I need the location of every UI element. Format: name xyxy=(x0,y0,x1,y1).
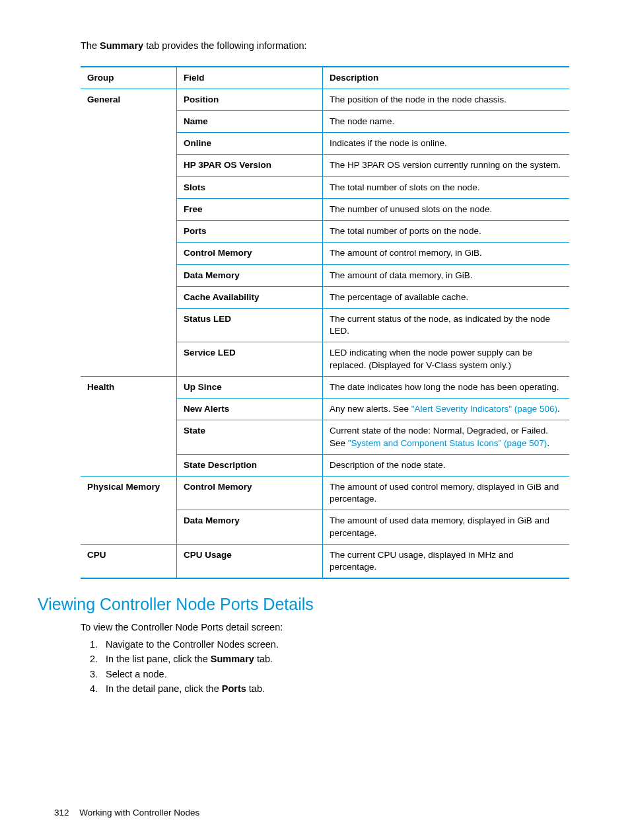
cell-description: The number of unused slots on the node. xyxy=(323,198,570,220)
section-heading: Viewing Controller Node Ports Details xyxy=(38,593,576,616)
cell-description: The node name. xyxy=(323,111,570,133)
cell-group xyxy=(81,243,177,264)
cell-group xyxy=(81,176,177,198)
cell-description: Indicates if the node is online. xyxy=(323,133,570,155)
cross-ref-link[interactable]: "Alert Severity Indicators" (page 506) xyxy=(411,404,557,414)
header-group: Group xyxy=(81,67,177,89)
cell-group xyxy=(81,133,177,155)
table-row: Control MemoryThe amount of control memo… xyxy=(81,243,569,264)
cell-description: The amount of used control memory, displ… xyxy=(323,476,570,510)
steps-list: Navigate to the Controller Nodes screen.… xyxy=(81,638,576,696)
cell-description: The date indicates how long the node has… xyxy=(323,376,570,398)
cell-field: Control Memory xyxy=(177,243,323,264)
table-row: Data MemoryThe amount of used data memor… xyxy=(81,510,569,544)
section-intro: To view the Controller Node Ports detail… xyxy=(81,621,576,634)
intro-bold: Summary xyxy=(100,40,143,51)
intro-post: tab provides the following information: xyxy=(143,40,306,51)
header-field: Field xyxy=(177,67,323,89)
table-row: State DescriptionDescription of the node… xyxy=(81,454,569,476)
summary-info-table: Group Field Description GeneralPositionT… xyxy=(81,66,569,580)
table-row: Service LEDLED indicating when the node … xyxy=(81,342,569,376)
cell-group: CPU xyxy=(81,544,177,578)
cell-field: Up Since xyxy=(177,376,323,398)
cell-group: General xyxy=(81,89,177,110)
cell-group xyxy=(81,454,177,476)
cell-description: The current status of the node, as indic… xyxy=(323,308,570,342)
cell-group xyxy=(81,399,177,420)
cell-description: The total number of ports on the node. xyxy=(323,221,570,243)
cell-group xyxy=(81,264,177,286)
table-row: PortsThe total number of ports on the no… xyxy=(81,221,569,243)
cell-group: Physical Memory xyxy=(81,476,177,510)
table-row: SlotsThe total number of slots on the no… xyxy=(81,176,569,198)
cell-description: Current state of the node: Normal, Degra… xyxy=(323,420,570,454)
intro-paragraph: The Summary tab provides the following i… xyxy=(81,40,576,53)
cell-description: The amount of used data memory, displaye… xyxy=(323,510,570,544)
page-number: 312 xyxy=(54,808,69,818)
cell-description: The current CPU usage, displayed in MHz … xyxy=(323,544,570,578)
cell-group xyxy=(81,342,177,376)
cell-description: Description of the node state. xyxy=(323,454,570,476)
cell-group xyxy=(81,286,177,308)
table-row: HP 3PAR OS VersionThe HP 3PAR OS version… xyxy=(81,155,569,176)
table-header-row: Group Field Description xyxy=(81,67,569,89)
cell-group: Health xyxy=(81,376,177,398)
cell-field: New Alerts xyxy=(177,399,323,420)
cell-group xyxy=(81,155,177,176)
header-description: Description xyxy=(323,67,570,89)
cell-group xyxy=(81,111,177,133)
cell-field: Position xyxy=(177,89,323,110)
list-item: Select a node. xyxy=(100,668,576,681)
table-row: NameThe node name. xyxy=(81,111,569,133)
table-row: StateCurrent state of the node: Normal, … xyxy=(81,420,569,454)
table-row: CPUCPU UsageThe current CPU usage, displ… xyxy=(81,544,569,578)
cell-field: Control Memory xyxy=(177,476,323,510)
cell-field: Name xyxy=(177,111,323,133)
table-row: Data MemoryThe amount of data memory, in… xyxy=(81,264,569,286)
cell-field: Data Memory xyxy=(177,264,323,286)
cell-group xyxy=(81,221,177,243)
cross-ref-link[interactable]: "System and Component Status Icons" (pag… xyxy=(348,438,547,448)
table-row: New AlertsAny new alerts. See "Alert Sev… xyxy=(81,399,569,420)
cell-field: CPU Usage xyxy=(177,544,323,578)
cell-group xyxy=(81,198,177,220)
intro-pre: The xyxy=(81,40,100,51)
cell-description: The HP 3PAR OS version currently running… xyxy=(323,155,570,176)
cell-description: LED indicating when the node power suppl… xyxy=(323,342,570,376)
cell-description: The percentage of available cache. xyxy=(323,286,570,308)
cell-field: Cache Availability xyxy=(177,286,323,308)
table-row: FreeThe number of unused slots on the no… xyxy=(81,198,569,220)
list-item: In the list pane, click the Summary tab. xyxy=(100,653,576,666)
table-row: GeneralPositionThe position of the node … xyxy=(81,89,569,110)
cell-group xyxy=(81,420,177,454)
cell-description: The total number of slots on the node. xyxy=(323,176,570,198)
cell-field: Data Memory xyxy=(177,510,323,544)
cell-field: State xyxy=(177,420,323,454)
cell-group xyxy=(81,510,177,544)
list-item: Navigate to the Controller Nodes screen. xyxy=(100,638,576,652)
cell-field: Status LED xyxy=(177,308,323,342)
table-row: Physical MemoryControl MemoryThe amount … xyxy=(81,476,569,510)
footer-title: Working with Controller Nodes xyxy=(79,808,199,818)
cell-field: Free xyxy=(177,198,323,220)
cell-field: HP 3PAR OS Version xyxy=(177,155,323,176)
list-item: In the detail pane, click the Ports tab. xyxy=(100,683,576,696)
cell-description: The amount of control memory, in GiB. xyxy=(323,243,570,264)
table-row: HealthUp SinceThe date indicates how lon… xyxy=(81,376,569,398)
cell-field: Ports xyxy=(177,221,323,243)
cell-field: Service LED xyxy=(177,342,323,376)
table-row: Cache AvailabilityThe percentage of avai… xyxy=(81,286,569,308)
table-row: Status LEDThe current status of the node… xyxy=(81,308,569,342)
cell-field: Slots xyxy=(177,176,323,198)
cell-field: Online xyxy=(177,133,323,155)
cell-group xyxy=(81,308,177,342)
cell-description: The amount of data memory, in GiB. xyxy=(323,264,570,286)
table-row: OnlineIndicates if the node is online. xyxy=(81,133,569,155)
cell-description: The position of the node in the node cha… xyxy=(323,89,570,110)
page-footer: 312 Working with Controller Nodes xyxy=(54,807,199,819)
cell-field: State Description xyxy=(177,454,323,476)
cell-description: Any new alerts. See "Alert Severity Indi… xyxy=(323,399,570,420)
